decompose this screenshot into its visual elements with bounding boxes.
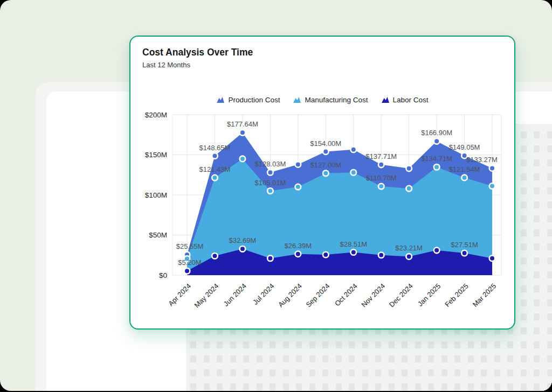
data-point-marker[interactable] — [323, 252, 329, 258]
data-point-marker[interactable] — [323, 149, 329, 155]
legend-item-manufacturing-cost[interactable]: Manufacturing Cost — [293, 96, 368, 104]
data-label: $28.51M — [340, 240, 367, 248]
chart-legend: Production CostManufacturing CostLabor C… — [130, 96, 514, 104]
legend-label: Production Cost — [228, 96, 280, 104]
data-label: $148.65M — [199, 144, 231, 152]
data-point-marker[interactable] — [434, 138, 440, 144]
data-point-marker[interactable] — [461, 175, 467, 181]
data-point-marker[interactable] — [240, 130, 246, 136]
chart-title: Cost Analysis Over Time — [142, 47, 253, 58]
data-label: $32.69M — [229, 236, 257, 244]
data-point-marker[interactable] — [184, 268, 190, 274]
data-label: $177.64M — [227, 120, 258, 128]
svg-text:Dec 2024: Dec 2024 — [388, 282, 415, 309]
area-series-icon — [216, 96, 225, 104]
cost-area-chart: $25.55M$148.65M$177.64M$128.03M$154.00M$… — [134, 111, 511, 322]
data-label: $149.05M — [449, 143, 480, 151]
data-point-marker[interactable] — [295, 251, 301, 257]
data-label: $121.54M — [449, 165, 480, 173]
data-point-marker[interactable] — [323, 170, 329, 176]
x-axis-labels: Apr 2024May 2024Jun 2024Jul 2024Aug 2024… — [167, 282, 498, 310]
svg-text:Nov 2024: Nov 2024 — [360, 282, 387, 309]
data-point-marker[interactable] — [378, 162, 384, 168]
data-point-marker[interactable] — [489, 183, 495, 189]
data-label: $110.70M — [366, 174, 397, 182]
svg-text:$50M: $50M — [149, 231, 167, 239]
y-axis-labels: $0$50M$100M$150M$200M — [145, 111, 167, 279]
legend-label: Labor Cost — [393, 96, 429, 104]
data-point-marker[interactable] — [267, 255, 273, 261]
data-label: $27.51M — [451, 241, 478, 249]
data-point-marker[interactable] — [434, 248, 440, 254]
app-background: DEFAULT E Comparison Column Stacked Ba — [0, 0, 552, 391]
area-series-icon — [293, 96, 301, 104]
data-point-marker[interactable] — [267, 188, 273, 194]
data-label: $121.43M — [199, 165, 231, 173]
svg-text:Mar 2025: Mar 2025 — [471, 282, 498, 309]
data-label: $137.71M — [365, 152, 397, 160]
data-point-marker[interactable] — [212, 175, 218, 181]
data-point-marker[interactable] — [434, 164, 440, 170]
svg-text:Sep 2024: Sep 2024 — [304, 282, 331, 309]
data-point-marker[interactable] — [378, 252, 384, 258]
data-label: $105.01M — [254, 179, 286, 187]
data-point-marker[interactable] — [489, 165, 495, 171]
data-point-marker[interactable] — [350, 249, 356, 255]
svg-text:May 2024: May 2024 — [193, 282, 220, 310]
data-point-marker[interactable] — [240, 246, 246, 252]
data-label: $134.71M — [421, 155, 452, 163]
legend-item-labor-cost[interactable]: Labor Cost — [381, 96, 429, 104]
data-label: $127.00M — [310, 161, 341, 169]
data-point-marker[interactable] — [240, 156, 246, 162]
data-label: $5.20M — [178, 258, 201, 267]
svg-text:Feb 2025: Feb 2025 — [443, 282, 470, 309]
svg-text:Jun 2024: Jun 2024 — [222, 282, 248, 308]
data-point-marker[interactable] — [267, 170, 273, 176]
data-point-marker[interactable] — [461, 250, 467, 256]
data-label: $133.27M — [466, 156, 498, 164]
data-label: $154.00M — [310, 139, 341, 148]
data-point-marker[interactable] — [406, 186, 412, 192]
svg-text:Jul 2024: Jul 2024 — [251, 282, 275, 306]
svg-text:Aug 2024: Aug 2024 — [277, 282, 303, 309]
svg-text:$100M: $100M — [145, 191, 167, 199]
area-series-icon — [381, 96, 390, 104]
data-label: $26.39M — [285, 242, 312, 250]
series-areas — [187, 132, 492, 275]
cost-analysis-card: Cost Analysis Over Time Last 12 Months P… — [129, 36, 515, 330]
chart-subtitle: Last 12 Months — [142, 61, 190, 69]
legend-label: Manufacturing Cost — [305, 96, 368, 104]
data-label: $128.03M — [254, 160, 286, 168]
data-point-marker[interactable] — [295, 162, 301, 167]
svg-text:Oct 2024: Oct 2024 — [333, 282, 359, 308]
data-label: $25.55M — [176, 242, 204, 250]
data-point-marker[interactable] — [350, 170, 356, 176]
svg-text:$0: $0 — [159, 271, 167, 279]
svg-text:Jan 2025: Jan 2025 — [416, 282, 442, 308]
data-point-marker[interactable] — [295, 184, 301, 190]
data-label: $166.90M — [421, 129, 452, 137]
data-point-marker[interactable] — [378, 184, 384, 190]
data-point-marker[interactable] — [212, 153, 218, 159]
data-point-marker[interactable] — [406, 254, 412, 260]
data-label: $23.21M — [395, 244, 423, 252]
data-point-marker[interactable] — [212, 253, 218, 259]
data-point-marker[interactable] — [350, 147, 356, 153]
legend-item-production-cost[interactable]: Production Cost — [216, 96, 280, 104]
data-point-marker[interactable] — [406, 166, 412, 172]
svg-text:Apr 2024: Apr 2024 — [167, 282, 192, 308]
svg-text:$200M: $200M — [145, 111, 167, 119]
data-point-marker[interactable] — [489, 255, 495, 261]
svg-text:$150M: $150M — [145, 151, 167, 159]
